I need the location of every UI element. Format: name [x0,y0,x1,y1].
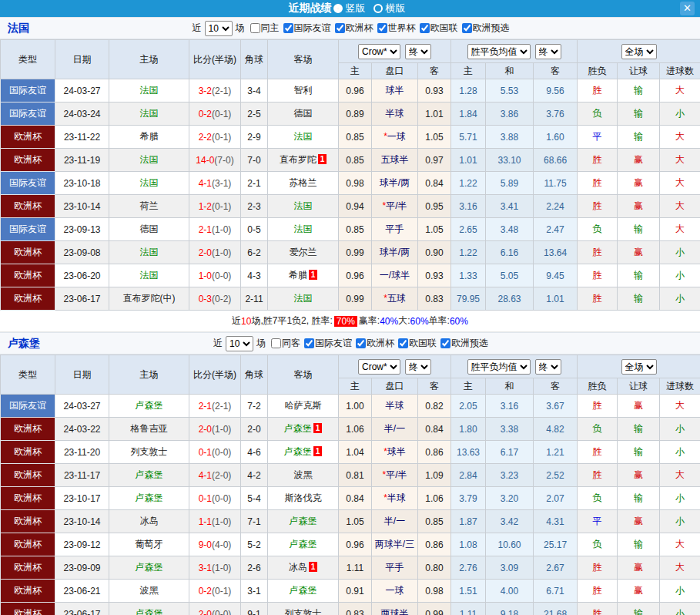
away-odds-cell: 0.97 [418,149,451,172]
near-label: 近 [213,337,223,350]
competition-checkbox-input[interactable] [398,338,408,348]
competition-checkbox[interactable]: 欧洲预选 [440,337,488,350]
wdl-average-select[interactable]: 胜平负均值 [467,44,531,59]
result-cell: 平 [578,126,618,149]
full-match-select[interactable]: 全场 [621,44,657,59]
bookmaker-select[interactable]: Crow* [358,44,400,59]
red-card-badge: 1 [313,423,323,433]
handicap-line: 平手 [386,562,404,573]
competition-checkbox[interactable]: 欧洲预选 [462,22,510,35]
corner-cell: 7-1 [241,510,268,533]
competition-checkbox-input[interactable] [420,23,430,33]
win-odds-cell: 5.71 [451,126,486,149]
competition-checkbox-input[interactable] [356,338,366,348]
score-cell: 4-1(2-0) [189,464,241,487]
handicap-cell: *五球 [372,287,418,311]
competition-checkbox[interactable]: 欧国联 [398,337,437,350]
same-venue-checkbox[interactable]: 同客 [271,337,300,350]
final-odds-select[interactable]: 终 [405,359,431,375]
overunder-result-cell: 大 [660,464,700,487]
win-odds-cell: 1.11 [451,603,486,615]
home-team-cell: 法国 [109,102,189,126]
competition-checkbox[interactable]: 国际友谊 [283,22,331,35]
handicap-cell: *一球 [372,126,418,149]
home-odds-cell: 0.94 [339,195,372,218]
full-time-score: 1-1 [199,516,212,527]
competition-checkbox[interactable]: 欧洲杯 [356,337,394,350]
match-type-cell: 国际友谊 [1,395,55,418]
filter-bar: 近 10 场 同客 国际友谊欧洲杯欧国联欧洲预选 [212,336,488,351]
competition-checkbox-input[interactable] [335,23,345,33]
competition-checkbox-input[interactable] [377,23,387,33]
home-team-cell: 法国 [109,149,189,172]
overunder-result-cell: 大 [660,395,700,418]
corner-cell: 6-2 [241,241,268,264]
competition-checkbox-input[interactable] [440,338,450,348]
lose-odds-cell: 21.68 [534,603,578,615]
handicap-line: 球半 [387,446,406,457]
competition-checkbox-input[interactable] [304,338,314,348]
corner-cell: 2-5 [241,102,268,126]
corner-cell: 4-6 [241,441,268,464]
horizontal-layout-radio[interactable] [373,4,383,13]
overunder-result-cell: 大 [660,195,700,218]
full-match-select[interactable]: 全场 [621,359,657,375]
competition-checkbox[interactable]: 欧国联 [420,22,458,35]
result-cell: 胜 [578,172,618,195]
result-cell: 平 [578,510,618,533]
match-type-cell: 欧洲杯 [1,510,55,533]
away-team-cell: 卢森堡1 [268,441,339,464]
match-type-cell: 欧洲杯 [1,580,55,603]
home-team-name: 法国 [140,154,159,165]
away-team-name: 希腊 [289,270,307,281]
checkbox-label: 国际友谊 [294,22,331,35]
win-odds-cell: 1.28 [451,79,486,102]
layout-radio-group: 竖版横版 [332,2,412,15]
corner-cell: 9-1 [241,603,268,615]
home-odds-cell: 1.11 [339,556,372,580]
win-odds-cell: 13.63 [451,441,486,464]
final-odds-select[interactable]: 终 [535,44,561,59]
home-odds-cell: 0.99 [339,241,372,264]
competition-checkbox-input[interactable] [462,23,472,33]
vertical-layout-radio[interactable] [333,4,343,13]
lose-odds-cell: 3.67 [534,395,578,418]
overunder-result-cell: 小 [660,241,700,264]
match-row: 欧洲杯23-10-14荷兰1-2(0-1)2-3法国0.94*平/半0.953.… [1,195,700,218]
col-subheader: 客 [534,63,578,79]
home-team-name: 法国 [140,108,159,119]
match-date-cell: 23-11-20 [55,441,109,464]
handicap-result-cell: 输 [618,441,660,464]
competition-checkbox-input[interactable] [283,23,293,33]
away-odds-cell: 0.93 [418,79,451,102]
col-subheader: 客 [418,378,451,395]
handicap-result-cell: 赢 [618,580,660,603]
match-count-select[interactable]: 10 [226,336,253,351]
handicap-line: 平/半 [386,200,407,211]
checkbox-label: 欧国联 [430,22,458,35]
col-subheader: 主 [451,378,486,395]
match-row: 欧洲杯23-11-17卢森堡4-1(2-0)4-2波黑0.81*平/半1.092… [1,464,700,487]
home-team-cell: 格鲁吉亚 [109,418,189,441]
match-type-cell: 国际友谊 [1,172,55,195]
score-cell: 2-0(0-0) [189,603,241,615]
competition-checkbox[interactable]: 欧洲杯 [335,22,373,35]
handicap-cell: 平手 [372,218,418,241]
match-count-select[interactable]: 10 [205,21,233,36]
half-time-score: (1-0) [212,516,231,527]
score-cell: 4-1(3-1) [189,172,241,195]
match-date-cell: 23-10-17 [55,487,109,510]
overunder-result-cell: 小 [660,418,700,441]
final-odds-select[interactable]: 终 [405,44,431,59]
away-team-name: 斯洛伐克 [285,492,322,503]
near-label: 近 [193,22,202,35]
competition-checkbox[interactable]: 世界杯 [377,22,416,35]
bookmaker-select[interactable]: Crow* [358,359,400,375]
checkbox-label: 欧国联 [409,337,437,350]
same-venue-checkbox[interactable]: 同主 [250,22,280,35]
close-icon[interactable]: ✕ [680,2,695,15]
competition-checkbox[interactable]: 国际友谊 [304,337,352,350]
final-odds-select[interactable]: 终 [535,359,561,375]
win-rate-badge: 70% [334,316,357,327]
wdl-average-select[interactable]: 胜平负均值 [467,359,531,375]
